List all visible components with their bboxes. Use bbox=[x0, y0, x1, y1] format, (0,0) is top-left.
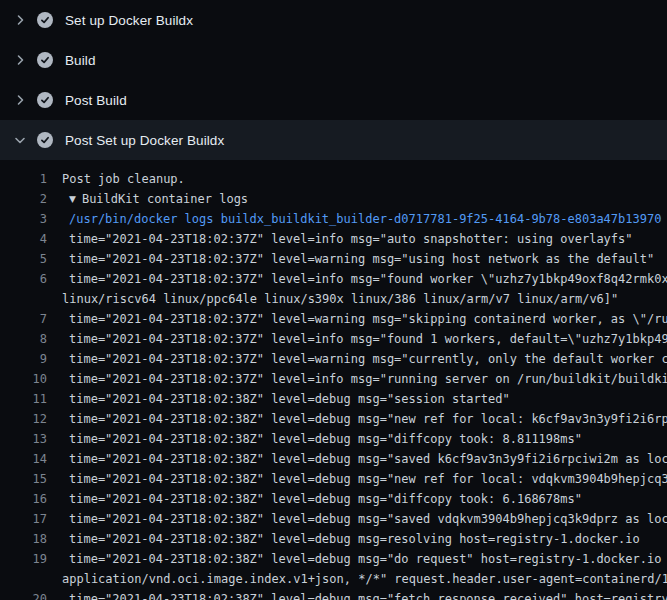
log-line: 16time="2021-04-23T18:02:38Z" level=debu… bbox=[0, 489, 667, 509]
log-text: time="2021-04-23T18:02:38Z" level=debug … bbox=[62, 409, 667, 429]
check-circle-icon bbox=[37, 52, 53, 68]
workflow-log-panel: Set up Docker BuildxBuildPost BuildPost … bbox=[0, 0, 667, 600]
triangle-down-icon: ▼ bbox=[69, 189, 76, 209]
log-text: time="2021-04-23T18:02:37Z" level=info m… bbox=[62, 369, 667, 389]
chevron-down-icon bbox=[12, 132, 28, 148]
log-line: 19time="2021-04-23T18:02:38Z" level=debu… bbox=[0, 549, 667, 569]
log-text: time="2021-04-23T18:02:38Z" level=debug … bbox=[62, 509, 667, 529]
step-row-post-build[interactable]: Post Build bbox=[0, 80, 667, 120]
line-number[interactable]: 14 bbox=[0, 449, 47, 469]
line-number[interactable]: 16 bbox=[0, 489, 47, 509]
log-line: 18time="2021-04-23T18:02:38Z" level=debu… bbox=[0, 529, 667, 549]
log-text: time="2021-04-23T18:02:38Z" level=debug … bbox=[62, 529, 640, 549]
log-line: 5time="2021-04-23T18:02:37Z" level=warni… bbox=[0, 249, 667, 269]
line-number[interactable]: 20 bbox=[0, 589, 47, 600]
log-text: time="2021-04-23T18:02:38Z" level=debug … bbox=[62, 429, 582, 449]
log-text: time="2021-04-23T18:02:38Z" level=debug … bbox=[62, 449, 667, 469]
log-line: 17time="2021-04-23T18:02:38Z" level=debu… bbox=[0, 509, 667, 529]
log-text: linux/riscv64 linux/ppc64le linux/s390x … bbox=[62, 289, 618, 309]
log-text: time="2021-04-23T18:02:37Z" level=info m… bbox=[62, 329, 667, 349]
log-text: time="2021-04-23T18:02:37Z" level=warnin… bbox=[62, 249, 654, 269]
check-circle-icon bbox=[37, 12, 53, 28]
chevron-right-icon bbox=[12, 92, 28, 108]
log-line-continuation: application/vnd.oci.image.index.v1+json,… bbox=[0, 569, 667, 589]
line-number[interactable]: 1 bbox=[0, 169, 47, 189]
step-label: Post Build bbox=[65, 93, 127, 108]
log-line: 10time="2021-04-23T18:02:37Z" level=info… bbox=[0, 369, 667, 389]
log-text: time="2021-04-23T18:02:38Z" level=debug … bbox=[62, 489, 582, 509]
line-number[interactable]: 7 bbox=[0, 309, 47, 329]
step-row-post-set-up-docker-buildx[interactable]: Post Set up Docker Buildx bbox=[0, 120, 667, 160]
line-number[interactable]: 10 bbox=[0, 369, 47, 389]
log-text: time="2021-04-23T18:02:37Z" level=warnin… bbox=[62, 349, 667, 369]
log-text: time="2021-04-23T18:02:37Z" level=warnin… bbox=[62, 309, 667, 329]
check-circle-icon bbox=[37, 132, 53, 148]
line-number[interactable]: 5 bbox=[0, 249, 47, 269]
log-line: 12time="2021-04-23T18:02:38Z" level=debu… bbox=[0, 409, 667, 429]
log-line: 1Post job cleanup. bbox=[0, 169, 667, 189]
chevron-right-icon bbox=[12, 12, 28, 28]
log-text: time="2021-04-23T18:02:37Z" level=info m… bbox=[62, 269, 667, 289]
log-group-toggle[interactable]: ▼BuildKit container logs bbox=[62, 189, 248, 209]
step-label: Build bbox=[65, 53, 96, 68]
log-text: time="2021-04-23T18:02:38Z" level=debug … bbox=[62, 389, 510, 409]
steps-list: Set up Docker BuildxBuildPost BuildPost … bbox=[0, 0, 667, 160]
log-line: 3/usr/bin/docker logs buildx_buildkit_bu… bbox=[0, 209, 667, 229]
line-number[interactable]: 15 bbox=[0, 469, 47, 489]
line-number[interactable]: 17 bbox=[0, 509, 47, 529]
log-line: 7time="2021-04-23T18:02:37Z" level=warni… bbox=[0, 309, 667, 329]
step-label: Set up Docker Buildx bbox=[65, 13, 193, 28]
step-row-set-up-docker-buildx[interactable]: Set up Docker Buildx bbox=[0, 0, 667, 40]
log-text: time="2021-04-23T18:02:38Z" level=debug … bbox=[62, 589, 667, 600]
log-line: 11time="2021-04-23T18:02:38Z" level=debu… bbox=[0, 389, 667, 409]
log-line: 8time="2021-04-23T18:02:37Z" level=info … bbox=[0, 329, 667, 349]
command-text: /usr/bin/docker logs buildx_buildkit_bui… bbox=[62, 209, 661, 229]
log-text: time="2021-04-23T18:02:37Z" level=info m… bbox=[62, 229, 633, 249]
log-line: 14time="2021-04-23T18:02:38Z" level=debu… bbox=[0, 449, 667, 469]
log-text: time="2021-04-23T18:02:38Z" level=debug … bbox=[62, 469, 667, 489]
line-number[interactable]: 2 bbox=[0, 189, 47, 209]
line-number[interactable]: 13 bbox=[0, 429, 47, 449]
log-line: 9time="2021-04-23T18:02:37Z" level=warni… bbox=[0, 349, 667, 369]
log-line: 15time="2021-04-23T18:02:38Z" level=debu… bbox=[0, 469, 667, 489]
check-circle-icon bbox=[37, 92, 53, 108]
log-line: 6time="2021-04-23T18:02:37Z" level=info … bbox=[0, 269, 667, 289]
log-text: time="2021-04-23T18:02:38Z" level=debug … bbox=[62, 549, 667, 569]
log-line: 4time="2021-04-23T18:02:37Z" level=info … bbox=[0, 229, 667, 249]
log-line-continuation: linux/riscv64 linux/ppc64le linux/s390x … bbox=[0, 289, 667, 309]
log-line: 13time="2021-04-23T18:02:38Z" level=debu… bbox=[0, 429, 667, 449]
line-number[interactable]: 9 bbox=[0, 349, 47, 369]
line-number[interactable]: 4 bbox=[0, 229, 47, 249]
line-number[interactable]: 8 bbox=[0, 329, 47, 349]
line-number[interactable]: 6 bbox=[0, 269, 47, 289]
line-number[interactable]: 11 bbox=[0, 389, 47, 409]
step-row-build[interactable]: Build bbox=[0, 40, 667, 80]
line-number bbox=[0, 289, 47, 309]
step-label: Post Set up Docker Buildx bbox=[65, 133, 224, 148]
log-text: application/vnd.oci.image.index.v1+json,… bbox=[62, 569, 667, 589]
line-number[interactable]: 3 bbox=[0, 209, 47, 229]
line-number[interactable]: 18 bbox=[0, 529, 47, 549]
log-text: Post job cleanup. bbox=[62, 169, 185, 189]
log-group-title: BuildKit container logs bbox=[82, 189, 248, 209]
line-number bbox=[0, 569, 47, 589]
chevron-right-icon bbox=[12, 52, 28, 68]
log-lines: 1Post job cleanup.2▼BuildKit container l… bbox=[0, 160, 667, 600]
line-number[interactable]: 12 bbox=[0, 409, 47, 429]
log-line: 20time="2021-04-23T18:02:38Z" level=debu… bbox=[0, 589, 667, 600]
log-line: 2▼BuildKit container logs bbox=[0, 189, 667, 209]
line-number[interactable]: 19 bbox=[0, 549, 47, 569]
